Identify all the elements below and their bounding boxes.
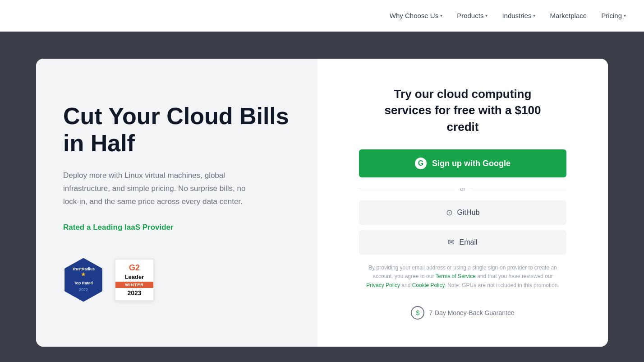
guarantee-icon: $ xyxy=(411,306,424,320)
trust-badges: TrustRadius ★ Top Rated 2022 G2 Leader W… xyxy=(63,257,290,302)
g2-leader-label: Leader xyxy=(118,274,151,280)
svg-marker-0 xyxy=(65,258,102,302)
github-icon: ⊙ xyxy=(446,208,453,218)
divider: or xyxy=(359,186,566,192)
svg-text:TrustRadius: TrustRadius xyxy=(72,267,95,271)
signup-title: Try our cloud computing services for fre… xyxy=(377,86,548,135)
main-card: Cut Your Cloud Bills in Half Deploy more… xyxy=(36,59,608,347)
main-nav: Why Choose Us ▾ Products ▾ Industries ▾ … xyxy=(390,12,626,19)
nav-products[interactable]: Products ▾ xyxy=(457,12,488,19)
terms-text: By providing your email address or using… xyxy=(363,264,562,290)
divider-text: or xyxy=(460,186,465,192)
cookie-policy-link[interactable]: Cookie Policy xyxy=(412,282,445,288)
g2-year-label: 2023 xyxy=(118,289,151,297)
divider-line-right xyxy=(471,189,566,189)
chevron-down-icon: ▾ xyxy=(624,13,626,18)
hero-title: Cut Your Cloud Bills in Half xyxy=(63,103,290,157)
svg-text:Top Rated: Top Rated xyxy=(74,281,93,285)
nav-pricing[interactable]: Pricing ▾ xyxy=(601,12,626,19)
google-icon: G xyxy=(415,158,427,169)
chevron-down-icon: ▾ xyxy=(485,13,488,18)
nav-marketplace[interactable]: Marketplace xyxy=(550,12,587,19)
nav-why-choose-us[interactable]: Why Choose Us ▾ xyxy=(390,12,442,19)
g2-season-label: WINTER xyxy=(115,282,153,288)
svg-text:★: ★ xyxy=(81,271,86,278)
right-panel: Try our cloud computing services for fre… xyxy=(317,59,608,347)
trustradius-hexagon-icon: TrustRadius ★ Top Rated 2022 xyxy=(63,257,104,302)
g2-logo-icon: G2 xyxy=(118,263,151,273)
sign-up-github-button[interactable]: ⊙ GitHub xyxy=(359,200,566,225)
chevron-down-icon: ▾ xyxy=(440,13,442,18)
divider-line-left xyxy=(359,189,455,189)
left-panel: Cut Your Cloud Bills in Half Deploy more… xyxy=(36,59,317,347)
money-back-guarantee: $ 7-Day Money-Back Guarantee xyxy=(411,306,514,320)
main-content: Cut Your Cloud Bills in Half Deploy more… xyxy=(0,32,644,362)
header: Why Choose Us ▾ Products ▾ Industries ▾ … xyxy=(0,0,644,32)
iaas-link[interactable]: Rated a Leading IaaS Provider xyxy=(63,223,290,232)
sign-up-email-button[interactable]: ✉ Email xyxy=(359,230,566,255)
guarantee-label: 7-Day Money-Back Guarantee xyxy=(429,309,514,316)
hero-description: Deploy more with Linux virtual machines,… xyxy=(63,169,257,209)
privacy-policy-link[interactable]: Privacy Policy xyxy=(366,282,400,288)
sign-up-google-button[interactable]: G Sign up with Google xyxy=(359,149,566,177)
chevron-down-icon: ▾ xyxy=(533,13,535,18)
g2-badge: G2 Leader WINTER 2023 xyxy=(115,259,154,301)
svg-text:2022: 2022 xyxy=(79,288,87,292)
nav-industries[interactable]: Industries ▾ xyxy=(502,12,535,19)
trustradius-badge: TrustRadius ★ Top Rated 2022 xyxy=(63,257,104,302)
terms-of-service-link[interactable]: Terms of Service xyxy=(436,273,476,279)
email-icon: ✉ xyxy=(448,237,455,247)
